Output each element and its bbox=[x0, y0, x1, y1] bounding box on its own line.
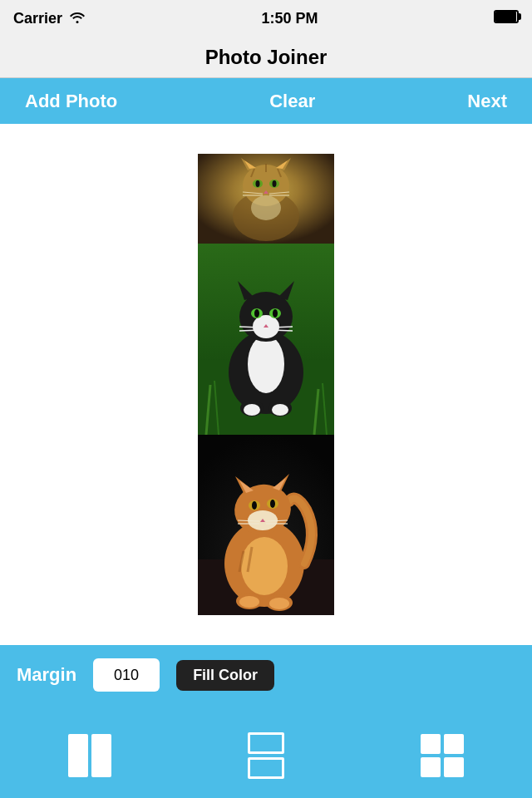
margin-input[interactable] bbox=[93, 658, 160, 692]
svg-point-58 bbox=[252, 501, 257, 510]
svg-point-11 bbox=[273, 180, 277, 187]
fill-color-button[interactable]: Fill Color bbox=[176, 660, 274, 691]
layout-2h-icon bbox=[68, 734, 111, 777]
tab-layout-2v[interactable] bbox=[239, 724, 293, 787]
photo-slot-2[interactable] bbox=[198, 244, 334, 435]
carrier-label: Carrier bbox=[13, 10, 62, 27]
svg-point-36 bbox=[273, 309, 278, 318]
svg-line-40 bbox=[271, 327, 293, 328]
wifi-icon bbox=[69, 10, 86, 27]
svg-line-41 bbox=[271, 330, 293, 331]
tab-layout-2h[interactable] bbox=[60, 726, 120, 786]
photo-slot-1[interactable] bbox=[198, 154, 334, 244]
svg-point-20 bbox=[251, 195, 281, 220]
carrier-info: Carrier bbox=[13, 10, 86, 27]
page-title: Photo Joiner bbox=[205, 46, 328, 69]
layout-2v-icon bbox=[248, 732, 284, 779]
photo-stack bbox=[198, 154, 334, 615]
add-photo-button[interactable]: Add Photo bbox=[17, 86, 126, 117]
status-time: 1:50 PM bbox=[262, 10, 318, 27]
tab-bar bbox=[0, 705, 532, 798]
svg-point-35 bbox=[254, 309, 259, 318]
tab-layout-4[interactable] bbox=[412, 726, 472, 786]
title-bar: Photo Joiner bbox=[0, 37, 532, 78]
clear-button[interactable]: Clear bbox=[261, 86, 323, 117]
bottom-bar: Margin Fill Color bbox=[0, 645, 532, 705]
svg-line-38 bbox=[239, 327, 261, 328]
next-button[interactable]: Next bbox=[459, 86, 515, 117]
status-bar: Carrier 1:50 PM bbox=[0, 0, 532, 37]
svg-point-28 bbox=[248, 335, 284, 393]
battery-icon bbox=[494, 10, 519, 27]
margin-label: Margin bbox=[17, 664, 76, 686]
svg-point-45 bbox=[272, 404, 288, 416]
main-content bbox=[0, 124, 532, 645]
svg-point-10 bbox=[256, 180, 260, 187]
toolbar: Add Photo Clear Next bbox=[0, 78, 532, 124]
battery-area bbox=[494, 10, 519, 27]
svg-point-59 bbox=[270, 500, 275, 508]
svg-point-69 bbox=[239, 596, 259, 608]
layout-4-icon bbox=[421, 734, 464, 777]
svg-line-39 bbox=[239, 330, 261, 331]
svg-point-70 bbox=[269, 598, 289, 609]
photo-slot-3[interactable] bbox=[198, 435, 334, 615]
svg-point-44 bbox=[244, 404, 260, 416]
